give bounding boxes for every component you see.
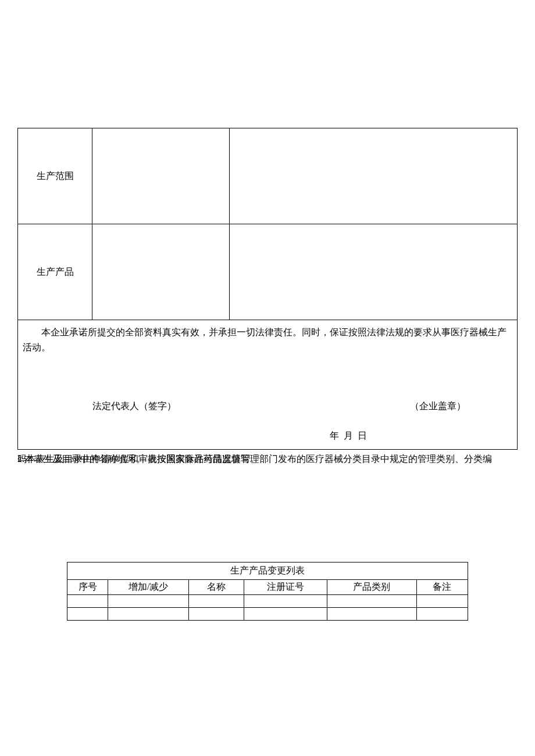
production-scope-cell-2[interactable] xyxy=(230,128,518,224)
date-label: 年 月 日 xyxy=(23,428,512,445)
header-remark: 备注 xyxy=(416,579,468,594)
change-list-table: 生产产品变更列表 序号 增加/减少 名称 注册证号 产品类别 备注 xyxy=(67,562,468,621)
header-regno: 注册证号 xyxy=(244,579,327,594)
production-product-label: 生产产品 xyxy=(18,224,92,320)
production-product-cell-1[interactable] xyxy=(92,224,230,320)
seal-label: （企业盖章） xyxy=(410,398,466,415)
header-name: 名称 xyxy=(189,579,244,594)
production-product-cell-2[interactable] xyxy=(230,224,518,320)
header-category: 产品类别 xyxy=(327,579,416,594)
header-seq: 序号 xyxy=(67,579,108,594)
declaration-cell: 本企业承诺所提交的全部资料真实有效，并承担一切法律责任。同时，保证按照法律法规的… xyxy=(18,320,518,450)
table-row[interactable] xyxy=(67,607,468,620)
signer-label: 法定代表人（签字） xyxy=(92,398,176,415)
change-table-title: 生产产品变更列表 xyxy=(67,562,468,579)
notes-block: 码本表生及目录由申请单位和审批按国家食品药品监督管理部门发布的医疗器械分类目录中… xyxy=(17,452,518,466)
header-addrem: 增加/减少 xyxy=(108,579,189,594)
production-scope-label: 生产范围 xyxy=(18,128,92,224)
table-row[interactable] xyxy=(67,594,468,607)
main-form-table: 生产范围 生产产品 本企业承诺所提交的全部资料真实有效，并承担一切法律责任。同时… xyxy=(17,128,518,450)
declaration-text: 本企业承诺所提交的全部资料真实有效，并承担一切法律责任。同时，保证按照法律法规的… xyxy=(23,325,512,354)
production-scope-cell-1[interactable] xyxy=(92,128,230,224)
notes-line-1: 2.本表生及目录中的名称填写。 表按照实际许可情况填写。 xyxy=(17,452,518,466)
